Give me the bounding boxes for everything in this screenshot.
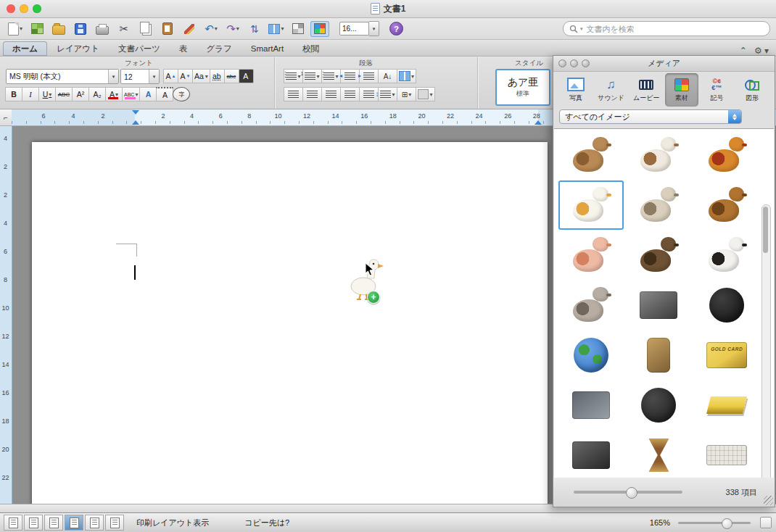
clipart-thumb-watering-can[interactable]: [558, 381, 624, 430]
clipart-thumb-cow[interactable]: [694, 230, 759, 280]
search-field[interactable]: ▾: [563, 21, 770, 36]
font-button-text-effects[interactable]: A: [139, 87, 157, 101]
ribbon-tab[interactable]: ホーム: [3, 41, 47, 56]
view-button-draft-view[interactable]: [4, 515, 22, 531]
toolbar-button-print[interactable]: [93, 21, 112, 37]
clipart-thumb-rabbit[interactable]: [558, 130, 624, 180]
font-button-strikethrough[interactable]: ABC: [55, 87, 73, 101]
toolbar-button-media-browser[interactable]: [310, 21, 329, 37]
paragraph-button-shading[interactable]: ▾: [416, 87, 435, 101]
tab-stop-selector[interactable]: ⌐: [0, 109, 12, 125]
media-filter-dropdown[interactable]: すべてのイメージ: [559, 109, 742, 124]
media-tab-audio[interactable]: サウンド: [595, 73, 628, 107]
view-button-publishing-view[interactable]: [44, 515, 63, 531]
search-scope-arrow-icon[interactable]: ▾: [580, 26, 583, 32]
font-button-enclose-character[interactable]: 字: [173, 87, 190, 101]
dropdown-arrow-icon[interactable]: ▾: [411, 73, 414, 80]
clipart-thumb-globe[interactable]: [558, 331, 624, 380]
toolbar-button-redo[interactable]: ▾: [223, 21, 242, 37]
toolbar-button-undo[interactable]: ▾: [202, 21, 220, 37]
help-button[interactable]: ?: [389, 22, 403, 36]
toolbar-button-copy[interactable]: [136, 21, 155, 37]
font-button-bold[interactable]: B: [5, 87, 22, 101]
ribbon-tab[interactable]: グラフ: [197, 41, 241, 56]
clipart-thumb-rooster[interactable]: [694, 130, 759, 180]
dropdown-arrow-icon[interactable]: ▾: [429, 91, 432, 98]
font-button-character-border[interactable]: A: [239, 69, 254, 83]
dropdown-arrow-icon[interactable]: ▾: [49, 91, 51, 98]
font-button-highlight[interactable]: ABC▾: [122, 87, 140, 101]
zoom-slider[interactable]: [678, 522, 751, 524]
media-scrollbar[interactable]: [761, 204, 771, 479]
font-button-italic[interactable]: I: [22, 87, 39, 101]
paragraph-button-line-spacing[interactable]: ▾: [378, 87, 397, 101]
media-tab-symbols[interactable]: ©¢€™ 記号: [700, 73, 733, 107]
clipart-thumb-hourglass[interactable]: [627, 431, 692, 479]
right-indent-marker[interactable]: [534, 120, 542, 125]
font-button-shrink-font[interactable]: A▼: [178, 69, 193, 83]
dropdown-arrow-icon[interactable]: ▾: [236, 25, 239, 32]
font-button-grow-font[interactable]: A▲: [163, 69, 178, 83]
paragraph-button-sort[interactable]: A↓: [378, 69, 397, 83]
font-size-combo[interactable]: 12 ▾: [120, 69, 160, 84]
clipart-thumb-duck[interactable]: [558, 180, 624, 230]
dropdown-stepper-icon[interactable]: [728, 110, 741, 123]
toolbar-button-reorder[interactable]: [245, 21, 264, 37]
clipart-thumb-gold-bar[interactable]: [694, 381, 759, 430]
clipart-thumb-sheep[interactable]: [627, 180, 692, 230]
ribbon-tab[interactable]: 表: [170, 41, 197, 56]
thumbnail-size-knob[interactable]: [626, 487, 637, 499]
font-button-kenten[interactable]: A: [156, 87, 173, 101]
media-scrollbar-thumb[interactable]: [763, 207, 768, 253]
ribbon-tab[interactable]: SmartArt: [242, 41, 293, 56]
font-size-arrow-icon[interactable]: ▾: [149, 70, 159, 83]
ribbon-tab[interactable]: 文書パーツ: [109, 41, 170, 56]
clipart-thumb-pig[interactable]: [558, 230, 624, 280]
paragraph-button-multilevel-list[interactable]: ▾: [321, 69, 341, 83]
dropdown-arrow-icon[interactable]: ▾: [281, 25, 284, 32]
paragraph-button-align-center[interactable]: [302, 87, 322, 101]
paragraph-button-align-right[interactable]: [321, 87, 341, 101]
media-tab-movies[interactable]: ムービー: [630, 73, 663, 107]
clipart-thumb-keyboard[interactable]: [694, 431, 759, 479]
clipart-thumb-gold-card[interactable]: GOLD CARD: [694, 331, 759, 380]
first-line-indent-marker[interactable]: [132, 110, 139, 115]
paragraph-button-align-left[interactable]: [284, 87, 303, 101]
toolbar-button-cut[interactable]: [115, 21, 133, 37]
toolbar-button-columns[interactable]: ▾: [267, 21, 286, 37]
font-name-arrow-icon[interactable]: ▾: [108, 70, 118, 83]
paragraph-button-justify[interactable]: [340, 87, 360, 101]
clipart-thumb-donkey[interactable]: [627, 230, 692, 280]
dropdown-arrow-icon[interactable]: ▾: [392, 91, 395, 98]
zoom-combo-arrow-icon[interactable]: ▾: [369, 21, 379, 36]
thumbnail-size-slider[interactable]: [574, 491, 682, 494]
toolbar-button-format-painter[interactable]: [180, 21, 199, 37]
clipart-thumb-horse[interactable]: [694, 180, 759, 230]
document-page[interactable]: [32, 142, 548, 504]
toolbar-button-gallery[interactable]: [28, 21, 46, 37]
font-button-phonetic-guide[interactable]: ab: [210, 69, 225, 83]
toolbar-button-save[interactable]: [71, 21, 90, 37]
font-name-combo[interactable]: MS 明朝 (本文) ▾: [6, 69, 119, 84]
font-button-change-case[interactable]: Aa▾: [192, 69, 210, 83]
toolbar-button-paste[interactable]: [158, 21, 177, 37]
media-tab-photos[interactable]: 写真: [559, 73, 593, 107]
font-button-font-color[interactable]: A▾: [105, 87, 123, 101]
font-button-underline[interactable]: U▾: [38, 87, 56, 101]
paragraph-button-increase-indent[interactable]: [359, 69, 379, 83]
clipart-thumb-bomb[interactable]: [627, 381, 692, 430]
zoom-combo[interactable]: 16... ▾: [339, 21, 379, 36]
view-button-focus-view[interactable]: [105, 515, 124, 531]
style-normal[interactable]: あア亜 標準: [495, 69, 550, 106]
resize-grip[interactable]: [764, 496, 773, 505]
clipart-thumb-kitten[interactable]: [558, 280, 624, 330]
media-tab-clipart[interactable]: 素材: [665, 73, 698, 107]
dropdown-arrow-icon[interactable]: ▾: [205, 73, 208, 80]
font-button-subscript[interactable]: A₂: [88, 87, 106, 101]
view-button-print-layout-view[interactable]: [65, 515, 83, 531]
clipart-thumb-dog[interactable]: [627, 130, 692, 180]
font-button-clear-formatting[interactable]: abc: [224, 69, 239, 83]
clipart-thumb-cash-drawer[interactable]: [558, 431, 624, 479]
paragraph-button-borders[interactable]: ⊞▾: [397, 87, 416, 101]
clipart-thumb-fuel-gauge[interactable]: [694, 280, 759, 330]
